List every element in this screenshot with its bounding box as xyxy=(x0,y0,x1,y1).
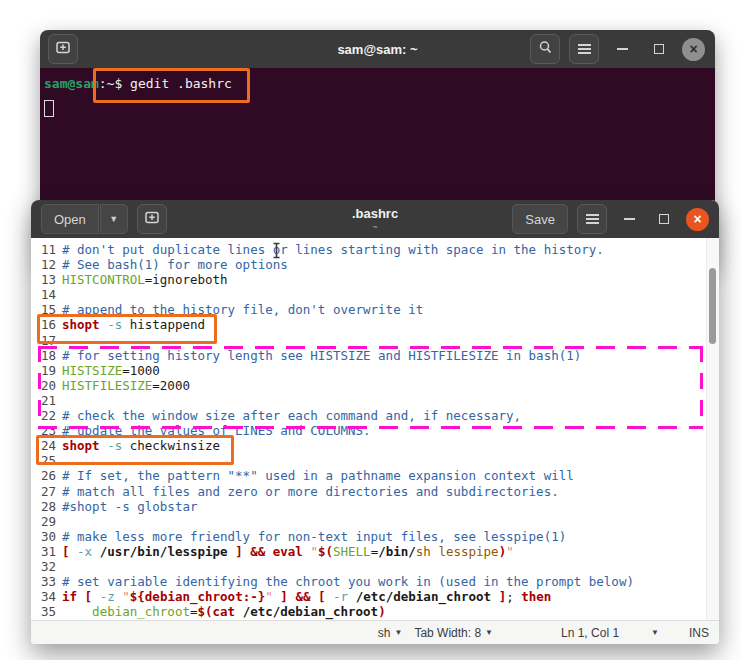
chevron-down-icon: ▼ xyxy=(485,628,493,637)
code-line-24[interactable]: 24shopt -s checkwinsize xyxy=(31,438,706,453)
gedit-open-button[interactable]: Open xyxy=(41,204,99,234)
code-line-20[interactable]: 20HISTFILESIZE=2000 xyxy=(31,378,706,393)
tab-width-dropdown[interactable]: Tab Width: 8 ▼ xyxy=(414,626,493,640)
code-line-16[interactable]: 16shopt -s histappend xyxy=(31,317,706,332)
chevron-down-icon: ▼ xyxy=(394,628,402,637)
language-dropdown[interactable]: sh ▼ xyxy=(378,626,403,640)
maximize-icon xyxy=(659,214,669,224)
cursor-position: Ln 1, Col 1 xyxy=(561,626,619,640)
minimize-icon xyxy=(617,48,628,50)
terminal-search-button[interactable] xyxy=(530,34,560,64)
code-line-30[interactable]: 30# make less more friendly for non-text… xyxy=(31,529,706,544)
code-line-27[interactable]: 27# match all files and zero or more dir… xyxy=(31,484,706,499)
code-line-34[interactable]: 34if [ -z "${debian_chroot:-}" ] && [ -r… xyxy=(31,589,706,604)
close-icon: × xyxy=(693,212,701,226)
language-label: sh xyxy=(378,626,391,640)
gedit-save-button[interactable]: Save xyxy=(512,204,568,234)
minimize-icon xyxy=(624,218,635,220)
code-line-31[interactable]: 31[ -x /usr/bin/lesspipe ] && eval "$(SH… xyxy=(31,544,706,559)
close-icon: × xyxy=(689,42,697,56)
goto-line-dropdown[interactable]: ▼ xyxy=(651,628,659,637)
code-line-14[interactable]: 14 xyxy=(31,287,706,302)
code-line-22[interactable]: 22# check the window size after each com… xyxy=(31,408,706,423)
terminal-minimize-button[interactable] xyxy=(608,48,636,50)
editor-scrollbar[interactable] xyxy=(706,238,719,621)
save-button-label: Save xyxy=(525,212,555,227)
chevron-down-icon: ▼ xyxy=(109,214,118,224)
tab-width-label: Tab Width: 8 xyxy=(414,626,481,640)
code-line-28[interactable]: 28#shopt -s globstar xyxy=(31,499,706,514)
gedit-document-path: ~ xyxy=(372,222,377,232)
desktop: sam@sam: ~ xyxy=(0,0,741,660)
scrollbar-thumb[interactable] xyxy=(709,268,716,344)
insert-mode-label: INS xyxy=(689,626,709,640)
gedit-document-title: .bashrc xyxy=(352,206,398,221)
code-line-35[interactable]: 35 debian_chroot=$(cat /etc/debian_chroo… xyxy=(31,604,706,619)
insert-mode-indicator: INS xyxy=(689,626,709,640)
code-line-13[interactable]: 13HISTCONTROL=ignoreboth xyxy=(31,272,706,287)
new-tab-icon xyxy=(55,39,71,59)
gedit-titlebar[interactable]: Open ▼ .bashrc ~ xyxy=(31,200,719,239)
gedit-open-dropdown-button[interactable]: ▼ xyxy=(100,204,128,234)
terminal-new-tab-button[interactable] xyxy=(48,34,78,64)
gedit-new-tab-button[interactable] xyxy=(137,204,167,234)
hamburger-menu-icon xyxy=(578,48,591,50)
code-line-18[interactable]: 18# for setting history length see HISTS… xyxy=(31,348,706,363)
editor-lines[interactable]: 11# don't put duplicate lines or lines s… xyxy=(31,238,706,621)
code-line-23[interactable]: 23# update the values of LINES and COLUM… xyxy=(31,423,706,438)
chevron-down-icon: ▼ xyxy=(651,628,659,637)
gedit-maximize-button[interactable] xyxy=(651,214,677,224)
gedit-close-button[interactable]: × xyxy=(686,208,709,231)
code-line-19[interactable]: 19HISTSIZE=1000 xyxy=(31,363,706,378)
code-line-25[interactable]: 25 xyxy=(31,453,706,468)
terminal-cursor xyxy=(44,100,54,117)
terminal-menu-button[interactable] xyxy=(569,34,599,64)
gedit-window: Open ▼ .bashrc ~ xyxy=(31,200,719,644)
code-line-29[interactable]: 29 xyxy=(31,514,706,529)
code-line-17[interactable]: 17 xyxy=(31,333,706,348)
terminal-title: sam@sam: ~ xyxy=(337,42,417,57)
gedit-menu-button[interactable] xyxy=(577,204,607,234)
code-line-33[interactable]: 33# set variable identifying the chroot … xyxy=(31,574,706,589)
code-line-26[interactable]: 26# If set, the pattern "**" used in a p… xyxy=(31,468,706,483)
cursor-position-label: Ln 1, Col 1 xyxy=(561,626,619,640)
terminal-close-button[interactable]: × xyxy=(682,38,705,61)
code-line-11[interactable]: 11# don't put duplicate lines or lines s… xyxy=(31,242,706,257)
new-tab-icon xyxy=(144,209,160,229)
code-line-32[interactable]: 32 xyxy=(31,559,706,574)
open-button-label: Open xyxy=(54,212,86,227)
gedit-minimize-button[interactable] xyxy=(616,218,642,220)
terminal-maximize-button[interactable] xyxy=(645,44,673,54)
code-line-15[interactable]: 15# append to the history file, don't ov… xyxy=(31,302,706,317)
hamburger-menu-icon xyxy=(586,218,599,220)
search-icon xyxy=(538,40,553,59)
code-line-12[interactable]: 12# See bash(1) for more options xyxy=(31,257,706,272)
maximize-icon xyxy=(654,44,664,54)
gedit-statusbar: sh ▼ Tab Width: 8 ▼ Ln 1, Col 1 ▼ INS xyxy=(31,620,719,644)
code-line-21[interactable]: 21 xyxy=(31,393,706,408)
terminal-titlebar[interactable]: sam@sam: ~ xyxy=(40,30,715,69)
terminal-prompt-line: sam@sam:~$ gedit .bashrc xyxy=(44,73,715,94)
